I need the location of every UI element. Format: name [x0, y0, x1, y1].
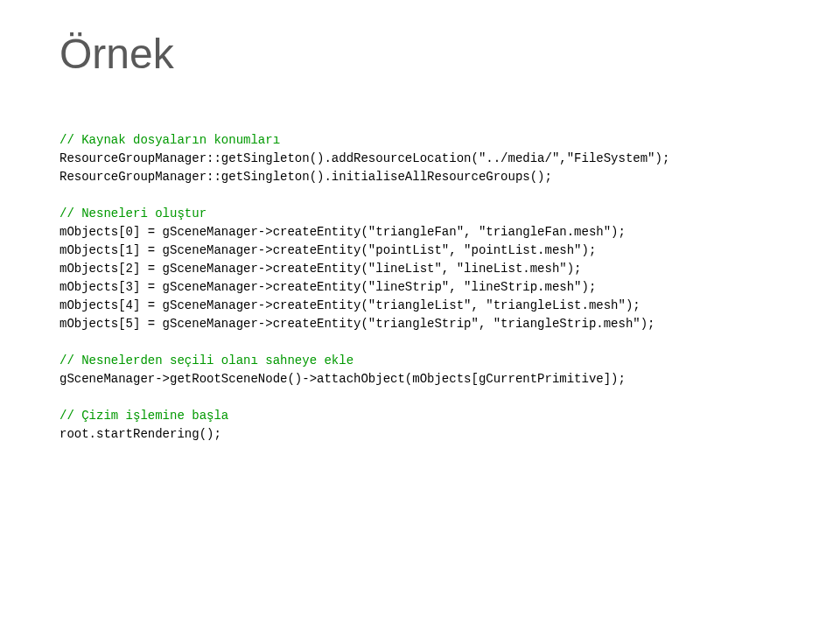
code-line: mObjects[0] = gSceneManager->createEntit… [60, 225, 626, 239]
code-line: mObjects[5] = gSceneManager->createEntit… [60, 317, 655, 331]
code-line: mObjects[2] = gSceneManager->createEntit… [60, 262, 582, 276]
code-block: // Kaynak dosyaların konumları ResourceG… [60, 131, 780, 444]
code-line: root.startRendering(); [60, 427, 221, 441]
code-line: ResourceGroupManager::getSingleton().ini… [60, 170, 552, 184]
slide: Örnek // Kaynak dosyaların konumları Res… [0, 0, 840, 623]
code-line: mObjects[4] = gSceneManager->createEntit… [60, 298, 640, 312]
code-line: ResourceGroupManager::getSingleton().add… [60, 151, 669, 165]
code-comment: // Nesnelerden seçili olanı sahneye ekle [60, 354, 354, 368]
code-comment: // Nesneleri oluştur [60, 206, 206, 220]
code-comment: // Kaynak dosyaların konumları [60, 133, 280, 147]
code-line: gSceneManager->getRootSceneNode()->attac… [60, 372, 626, 386]
code-line: mObjects[3] = gSceneManager->createEntit… [60, 280, 596, 294]
slide-title: Örnek [60, 30, 174, 78]
code-comment: // Çizim işlemine başla [60, 409, 228, 423]
code-line: mObjects[1] = gSceneManager->createEntit… [60, 243, 596, 257]
